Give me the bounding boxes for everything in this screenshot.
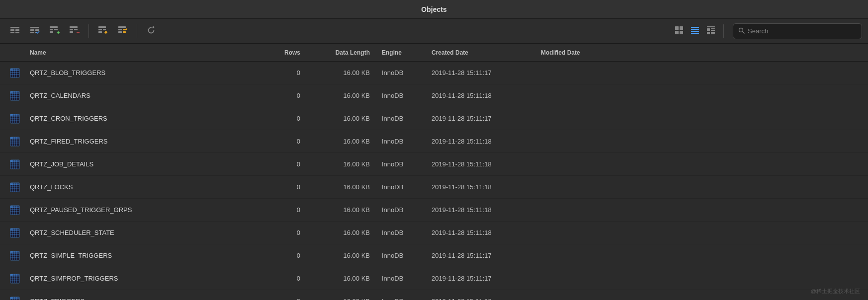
table-row[interactable]: QRTZ_SIMPROP_TRIGGERS 0 16.00 KB InnoDB …: [0, 267, 868, 290]
col-header-created-date: Created Date: [428, 49, 537, 56]
svg-rect-135: [10, 228, 12, 230]
table-list-button[interactable]: [6, 23, 24, 39]
row-created-date: 2019-11-28 15:11:17: [428, 69, 537, 76]
svg-rect-80: [10, 114, 12, 116]
col-header-modified-date: Modified Date: [537, 49, 868, 56]
svg-rect-124: [10, 206, 12, 208]
table-row[interactable]: QRTZ_LOCKS 0 16.00 KB InnoDB 2019-11-28 …: [0, 176, 868, 199]
row-icon: [0, 159, 30, 169]
row-icon: [0, 91, 30, 101]
table-row[interactable]: QRTZ_JOB_DETAILS 0 16.00 KB InnoDB 2019-…: [0, 153, 868, 176]
svg-rect-36: [675, 31, 679, 34]
detail-view-button[interactable]: [703, 24, 718, 38]
svg-rect-8: [30, 32, 34, 33]
table-row[interactable]: QRTZ_BLOB_TRIGGERS 0 16.00 KB InnoDB 201…: [0, 62, 868, 84]
view-toggle-group: [672, 24, 718, 38]
row-icon: [0, 114, 30, 124]
svg-rect-69: [10, 91, 12, 93]
search-icon: [738, 27, 745, 35]
row-rows-count: 0: [249, 69, 308, 76]
row-created-date: 2019-11-28 15:11:18: [428, 183, 537, 191]
table-export-button[interactable]: [114, 23, 132, 39]
row-rows-count: 0: [249, 252, 308, 259]
svg-rect-125: [12, 206, 14, 208]
svg-rect-7: [35, 29, 39, 31]
list-view-button[interactable]: [688, 24, 702, 38]
svg-rect-104: [14, 160, 16, 162]
table-edit-button[interactable]: [94, 23, 112, 39]
svg-rect-28: [118, 26, 126, 28]
row-rows-count: 0: [249, 115, 308, 122]
row-table-name: QRTZ_SCHEDULER_STATE: [30, 229, 249, 236]
row-created-date: 2019-11-28 15:11:18: [428, 206, 537, 214]
row-icon: [0, 137, 30, 147]
row-icon: [0, 205, 30, 215]
svg-rect-146: [10, 251, 12, 253]
svg-rect-147: [12, 251, 14, 253]
svg-rect-11: [50, 26, 58, 28]
col-header-data-length: Data Length: [308, 49, 378, 56]
svg-rect-39: [691, 29, 699, 30]
row-icon: [0, 251, 30, 261]
table-export-icon: [118, 26, 128, 37]
svg-rect-138: [16, 228, 19, 230]
row-data-length: 16.00 KB: [308, 69, 378, 76]
table-add-button[interactable]: [46, 23, 64, 39]
svg-rect-115: [14, 183, 16, 185]
table-row[interactable]: QRTZ_SIMPLE_TRIGGERS 0 16.00 KB InnoDB 2…: [0, 244, 868, 267]
refresh-button[interactable]: [142, 23, 160, 39]
row-table-name: QRTZ_SIMPLE_TRIGGERS: [30, 252, 249, 259]
svg-rect-47: [711, 32, 715, 33]
row-data-length: 16.00 KB: [308, 298, 378, 300]
svg-rect-24: [98, 26, 106, 28]
row-table-name: QRTZ_SIMPROP_TRIGGERS: [30, 275, 249, 282]
row-table-name: QRTZ_BLOB_TRIGGERS: [30, 69, 249, 76]
svg-rect-46: [707, 32, 710, 34]
svg-rect-34: [675, 26, 679, 30]
table-row[interactable]: QRTZ_CRON_TRIGGERS 0 16.00 KB InnoDB 201…: [0, 107, 868, 130]
row-engine: InnoDB: [378, 229, 428, 236]
svg-rect-2: [15, 29, 19, 31]
watermark: @稀土掘金技术社区: [811, 288, 860, 295]
svg-rect-20: [74, 29, 78, 30]
row-rows-count: 0: [249, 229, 308, 236]
separator-1: [88, 24, 89, 38]
row-engine: InnoDB: [378, 252, 428, 259]
separator-3: [723, 24, 724, 38]
separator-2: [137, 24, 137, 38]
svg-rect-25: [98, 29, 102, 30]
row-engine: InnoDB: [378, 115, 428, 122]
table-row[interactable]: QRTZ_TRIGGERS 0 16.00 KB InnoDB 2019-11-…: [0, 290, 868, 300]
table-remove-button[interactable]: [66, 23, 84, 39]
row-icon: [0, 68, 30, 78]
table-select-button[interactable]: [26, 23, 44, 39]
table-row[interactable]: QRTZ_CALENDARS 0 16.00 KB InnoDB 2019-11…: [0, 84, 868, 107]
svg-rect-18: [70, 26, 78, 28]
svg-rect-127: [16, 206, 19, 208]
svg-rect-44: [711, 28, 715, 29]
svg-rect-42: [707, 26, 715, 27]
svg-rect-160: [16, 274, 19, 276]
svg-rect-14: [50, 31, 53, 33]
row-table-name: QRTZ_JOB_DETAILS: [30, 160, 249, 168]
list-view-icon: [691, 26, 699, 36]
svg-rect-32: [123, 31, 126, 33]
svg-rect-114: [12, 183, 14, 185]
row-table-name: QRTZ_CALENDARS: [30, 92, 249, 99]
row-data-length: 16.00 KB: [308, 252, 378, 259]
table-row[interactable]: QRTZ_FIRED_TRIGGERS 0 16.00 KB InnoDB 20…: [0, 130, 868, 153]
search-input[interactable]: [748, 27, 847, 35]
svg-rect-92: [12, 137, 14, 139]
grid-view-button[interactable]: [672, 24, 687, 38]
row-data-length: 16.00 KB: [308, 206, 378, 214]
svg-rect-3: [10, 32, 14, 33]
table-row[interactable]: QRTZ_PAUSED_TRIGGER_GRPS 0 16.00 KB Inno…: [0, 199, 868, 222]
row-rows-count: 0: [249, 298, 308, 300]
table-row[interactable]: QRTZ_SCHEDULER_STATE 0 16.00 KB InnoDB 2…: [0, 222, 868, 244]
row-rows-count: 0: [249, 183, 308, 191]
row-created-date: 2019-11-28 15:11:18: [428, 160, 537, 168]
row-created-date: 2019-11-28 15:11:18: [428, 92, 537, 99]
row-table-name: QRTZ_LOCKS: [30, 183, 249, 191]
svg-rect-58: [10, 69, 12, 71]
svg-rect-48: [711, 33, 715, 34]
